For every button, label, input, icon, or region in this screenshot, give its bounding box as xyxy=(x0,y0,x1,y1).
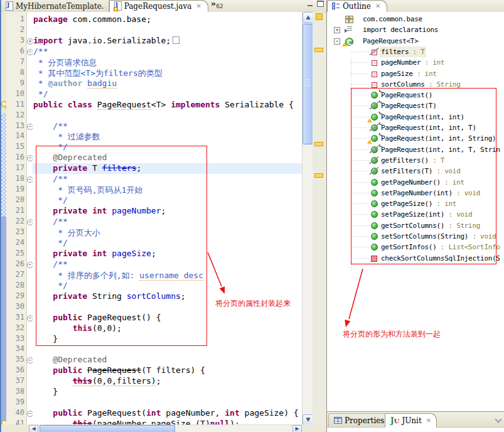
outline-item[interactable]: sortColumns : String xyxy=(327,79,500,90)
code-line[interactable] xyxy=(33,344,302,355)
fold-minus-icon[interactable]: − xyxy=(27,219,33,225)
outline-item[interactable]: filters : T xyxy=(327,46,500,57)
outline-item[interactable]: CPageRequest() xyxy=(327,90,500,100)
code-line[interactable]: /** xyxy=(33,121,302,132)
tab-outline[interactable]: Outline ✕ xyxy=(327,0,387,12)
fold-plus-icon[interactable]: + xyxy=(27,38,33,45)
close-icon[interactable]: ✕ xyxy=(196,3,201,9)
code-line[interactable]: /** xyxy=(33,46,302,57)
code-line[interactable]: * 分页大小 xyxy=(33,227,302,238)
maximize-icon[interactable] xyxy=(317,1,324,7)
minimize-icon[interactable] xyxy=(307,1,314,7)
outline-item[interactable]: setPageSize(int) : void xyxy=(327,209,500,220)
horizontal-scrollbar[interactable]: ◀ ▶ xyxy=(29,424,302,432)
outline-item[interactable]: CPageRequest(int, int, T, String) xyxy=(327,144,500,155)
code-line[interactable]: */ xyxy=(33,89,302,100)
outline-item[interactable]: setFilters(T) : void xyxy=(327,166,500,176)
overview-warning-indicator[interactable] xyxy=(316,13,323,20)
code-line[interactable]: */ xyxy=(33,195,302,206)
code-line[interactable]: public class PageRequest<T> implements S… xyxy=(33,100,302,111)
outline-item[interactable]: getSortInfos() : List<SortInfo> xyxy=(327,242,500,252)
fold-minus-icon[interactable]: − xyxy=(27,262,33,268)
editor-window-buttons xyxy=(307,1,324,7)
code-line[interactable]: */ xyxy=(33,281,302,291)
outline-item[interactable]: getFilters() : T xyxy=(327,155,500,166)
code-line[interactable]: /** xyxy=(33,217,302,227)
outline-item[interactable]: CPageRequest(T) xyxy=(327,100,500,111)
overview-warning-marker[interactable] xyxy=(314,173,323,178)
code-editor[interactable]: package com.common.base;import java.io.S… xyxy=(33,12,302,424)
code-line[interactable] xyxy=(33,111,302,121)
code-line[interactable]: /** xyxy=(33,259,302,270)
code-line[interactable]: * @author badgiu xyxy=(33,78,302,89)
code-line[interactable] xyxy=(33,25,302,36)
outline-item[interactable]: checkSortColumnsSqlInjection(Stri xyxy=(327,253,500,264)
editor-overflow-chevron[interactable]: » 62 xyxy=(208,0,226,12)
outline-item[interactable]: getPageNumber() : int xyxy=(327,177,500,188)
code-line[interactable]: * 其中范型<T>为filters的类型 xyxy=(33,68,302,78)
close-icon[interactable]: ✕ xyxy=(426,417,431,424)
fold-minus-icon[interactable]: − xyxy=(27,176,33,183)
fold-minus-icon[interactable]: − xyxy=(27,315,33,321)
fold-minus-icon[interactable]: − xyxy=(27,357,33,364)
tab-properties[interactable]: Properties xyxy=(328,413,390,427)
outline-item[interactable]: pageSize : int xyxy=(327,68,500,79)
code-line[interactable]: private T filters; xyxy=(33,163,302,174)
code-line[interactable]: this(0,0); xyxy=(33,323,302,334)
field-icon xyxy=(370,58,378,67)
outline-item[interactable]: +import declarations xyxy=(327,24,500,35)
expander-minus-icon[interactable]: − xyxy=(334,38,340,45)
code-line[interactable]: * 分页请求信息 xyxy=(33,57,302,68)
code-line[interactable]: } xyxy=(33,387,302,397)
code-line[interactable]: this(pageNumber,pageSize,(T)null); xyxy=(33,419,302,424)
fold-minus-icon[interactable]: − xyxy=(27,124,33,130)
outline-item[interactable]: setSortColumns(String) : void xyxy=(327,231,500,242)
editor-tab-pagerequest[interactable]: J PageRequest.java ✕ xyxy=(109,0,208,12)
overview-warning-marker[interactable] xyxy=(314,48,323,52)
outline-item[interactable]: CPageRequest(int, int) xyxy=(327,112,500,122)
fold-minus-icon[interactable]: − xyxy=(27,155,33,161)
tab-junit[interactable]: JU JUnit ✕ xyxy=(385,413,437,428)
horizontal-scroll-thumb[interactable] xyxy=(40,425,175,432)
code-line[interactable]: public PageRequest(T filters) { xyxy=(33,365,302,376)
code-line[interactable]: public PageRequest() { xyxy=(33,313,302,323)
fold-minus-icon[interactable]: − xyxy=(27,411,33,417)
code-line[interactable]: private String sortColumns; xyxy=(33,291,302,302)
code-line[interactable]: import java.io.Serializable; xyxy=(33,36,302,46)
editor-tab-myhibernatetemplate[interactable]: J MyHibernateTemplate. xyxy=(1,0,109,12)
code-line[interactable]: */ xyxy=(33,238,302,249)
vertical-scrollbar[interactable]: ▲ ▼ xyxy=(302,12,313,424)
code-line[interactable]: * 过滤参数 xyxy=(33,131,302,142)
code-line[interactable]: /** xyxy=(33,174,302,185)
code-line[interactable]: * 排序的多个列,如: username desc xyxy=(33,270,302,281)
line-number: 35 xyxy=(16,355,24,365)
code-line[interactable]: * 页号码,页码从1开始 xyxy=(33,185,302,195)
scroll-right-icon[interactable]: ▶ xyxy=(292,425,302,432)
code-line[interactable] xyxy=(33,397,302,408)
outline-item[interactable]: com.common.base xyxy=(327,14,500,24)
field-dep-icon xyxy=(370,47,378,56)
outline-item[interactable]: pageNumber : int xyxy=(327,57,500,68)
code-line[interactable]: package com.common.base; xyxy=(33,14,302,25)
outline-item[interactable]: getPageSize() : int xyxy=(327,198,500,209)
code-line[interactable]: private int pageNumber; xyxy=(33,206,302,217)
code-line[interactable]: */ xyxy=(33,142,302,153)
outline-item[interactable]: −PageRequest<T> xyxy=(327,36,500,46)
outline-item[interactable]: setPageNumber(int) : void xyxy=(327,188,500,198)
code-line[interactable]: private int pageSize; xyxy=(33,249,302,259)
code-line[interactable]: this(0,0,filters); xyxy=(33,376,302,387)
outline-item[interactable]: getSortColumns() : String xyxy=(327,220,500,231)
fastview-chevron-icon[interactable] xyxy=(495,417,501,423)
overview-warning-marker[interactable] xyxy=(314,142,323,146)
expander-plus-icon[interactable]: + xyxy=(334,27,340,33)
code-line[interactable]: } xyxy=(33,334,302,345)
code-line[interactable]: @Deprecated xyxy=(33,355,302,365)
code-line[interactable]: @Deprecated xyxy=(33,153,302,163)
close-icon[interactable]: ✕ xyxy=(375,3,380,9)
code-line[interactable] xyxy=(33,302,302,313)
scroll-left-icon[interactable]: ◀ xyxy=(29,425,38,432)
outline-item[interactable]: CPageRequest(int, int, String) xyxy=(327,133,500,144)
code-line[interactable]: public PageRequest(int pageNumber, int p… xyxy=(33,408,302,419)
outline-item[interactable]: CPageRequest(int, int, T) xyxy=(327,122,500,133)
fold-minus-icon[interactable]: − xyxy=(27,49,33,55)
